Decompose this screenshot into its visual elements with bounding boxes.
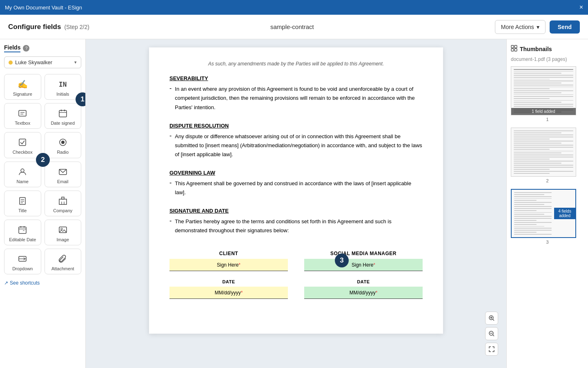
date-signed-icon [58, 108, 67, 119]
signature-icon: ✍ [18, 79, 28, 90]
thumbnail-page-2[interactable]: 2 [511, 128, 584, 183]
main-layout: 1 Fields ? Luke Skywalker ▾ 2 ✍ Signatur… [0, 39, 588, 368]
document-name: sample-contract [270, 23, 314, 30]
step-badge-3: 3 [335, 254, 349, 267]
client-signature-col: CLIENT Sign Here* DATE MM/dd/yyyy* [169, 251, 288, 299]
sidebar-top: Fields ? [4, 44, 81, 52]
field-label-attachment: Attachment [51, 266, 74, 272]
sidebar: 1 Fields ? Luke Skywalker ▾ 2 ✍ Signatur… [0, 39, 86, 368]
svg-point-25 [61, 228, 62, 230]
section-content-dispute: - Any dispute or difference whatsoever a… [169, 132, 423, 162]
field-item-signature[interactable]: ✍ Signature [4, 74, 41, 100]
client-sign-field[interactable]: Sign Here* [169, 259, 288, 271]
field-item-dropdown[interactable]: Dropdown [4, 249, 41, 274]
field-label-editable-date: Editable Date [9, 237, 36, 242]
thumbnail-img-1: 1 field added [511, 66, 576, 115]
thumbnail-page-num-1: 1 [511, 117, 584, 122]
section-content-governing: - This Agreement shall be governed by an… [169, 179, 423, 200]
signer-dot [9, 61, 13, 65]
right-panel: Thumbnails document-1.pdf (3 pages) [506, 39, 588, 368]
section-content-signature: - The Parties hereby agree to the terms … [169, 217, 423, 238]
svg-rect-37 [511, 49, 514, 51]
field-item-attachment[interactable]: Attachment [45, 249, 82, 274]
title-icon [18, 195, 27, 206]
svg-rect-0 [19, 110, 26, 116]
field-item-name[interactable]: Name [4, 162, 41, 187]
step-label: (Step 2/2) [64, 24, 89, 30]
field-label-image: Image [56, 237, 69, 242]
field-label-signature: Signature [13, 92, 32, 97]
title-bar: My Own Document Vault - ESign × [0, 0, 588, 15]
signer-name: Luke Skywalker [15, 59, 52, 65]
header-left: Configure fields (Step 2/2) [8, 23, 89, 31]
manager-sign-field[interactable]: Sign Here* [304, 259, 423, 271]
fit-screen-button[interactable] [485, 343, 498, 356]
signer-chevron-icon: ▾ [74, 60, 77, 65]
field-item-company[interactable]: Company [45, 191, 82, 216]
manager-date-field[interactable]: MM/dd/yyyy* [304, 287, 423, 299]
attachment-icon [58, 253, 67, 265]
app-title: My Own Document Vault - ESign [5, 4, 82, 11]
fields-label: Fields [4, 44, 20, 52]
chevron-down-icon: ▾ [537, 24, 539, 30]
field-item-initials[interactable]: IN Initials [45, 74, 82, 100]
thumbnail-img-2 [511, 128, 576, 177]
email-icon [58, 166, 67, 177]
svg-point-9 [61, 141, 65, 144]
field-item-checkbox[interactable]: Checkbox [4, 132, 41, 158]
doc-top-text: As such, any amendments made by the Part… [169, 60, 423, 68]
svg-rect-3 [59, 110, 67, 117]
field-label-radio: Radio [57, 150, 69, 155]
svg-point-10 [21, 169, 24, 172]
thumbnail-page-3[interactable]: 4 fields added 3 [511, 189, 584, 245]
field-item-title[interactable]: Title [4, 191, 41, 216]
section-content-severability: - In an event where any provision of thi… [169, 85, 423, 115]
field-item-image[interactable]: Image [45, 220, 82, 245]
svg-rect-16 [59, 199, 67, 204]
thumbnail-badge-3: 4 fields added [554, 208, 575, 219]
client-date-field[interactable]: MM/dd/yyyy* [169, 287, 288, 299]
document-area: 3 As such, any amendments made by the Pa… [86, 39, 506, 368]
field-label-date-signed: Date signed [51, 121, 75, 126]
signer-select[interactable]: Luke Skywalker ▾ [4, 56, 81, 68]
zoom-out-button[interactable] [485, 327, 498, 340]
header-right: More Actions ▾ Send [495, 20, 580, 34]
help-icon[interactable]: ? [23, 45, 29, 52]
document-page: As such, any amendments made by the Part… [149, 47, 443, 334]
field-item-radio[interactable]: Radio [45, 132, 82, 158]
svg-rect-7 [19, 139, 26, 146]
field-label-checkbox: Checkbox [13, 150, 33, 155]
thumbnail-page-num-3: 3 [511, 240, 584, 245]
thumbnails-panel-icon [511, 45, 517, 53]
thumbnail-img-3: 4 fields added [511, 189, 576, 238]
section-title-dispute: DISPUTE RESOLUTION [169, 123, 423, 129]
manager-date-label: DATE [357, 279, 370, 284]
field-item-textbox[interactable]: Textbox [4, 103, 41, 129]
field-label-company: Company [53, 208, 72, 213]
field-label-textbox: Textbox [15, 121, 30, 126]
close-icon[interactable]: × [579, 4, 583, 11]
field-item-editable-date[interactable]: Editable Date [4, 220, 41, 245]
thumbnail-page-num-2: 2 [511, 178, 584, 183]
name-icon [18, 166, 27, 177]
send-button[interactable]: Send [550, 20, 580, 34]
svg-rect-24 [59, 227, 67, 233]
svg-line-33 [493, 335, 494, 337]
more-actions-button[interactable]: More Actions ▾ [495, 20, 546, 34]
client-label: CLIENT [219, 251, 238, 256]
field-item-email[interactable]: Email [45, 162, 82, 187]
field-label-title: Title [18, 208, 27, 213]
configure-fields-label: Configure fields [8, 23, 61, 31]
svg-rect-17 [62, 197, 64, 199]
svg-rect-38 [514, 49, 517, 51]
client-date-label: DATE [222, 279, 235, 284]
svg-rect-20 [19, 227, 26, 233]
see-shortcuts-link[interactable]: ↗ See shortcuts [4, 280, 81, 286]
zoom-in-button[interactable] [485, 312, 498, 325]
thumbnail-page-1[interactable]: 1 field added 1 [511, 66, 584, 122]
step-badge-2: 2 [36, 153, 50, 167]
svg-rect-35 [511, 45, 514, 48]
field-item-date-signed[interactable]: Date signed [45, 103, 82, 129]
external-link-icon: ↗ [4, 280, 8, 286]
field-label-email: Email [57, 179, 69, 184]
